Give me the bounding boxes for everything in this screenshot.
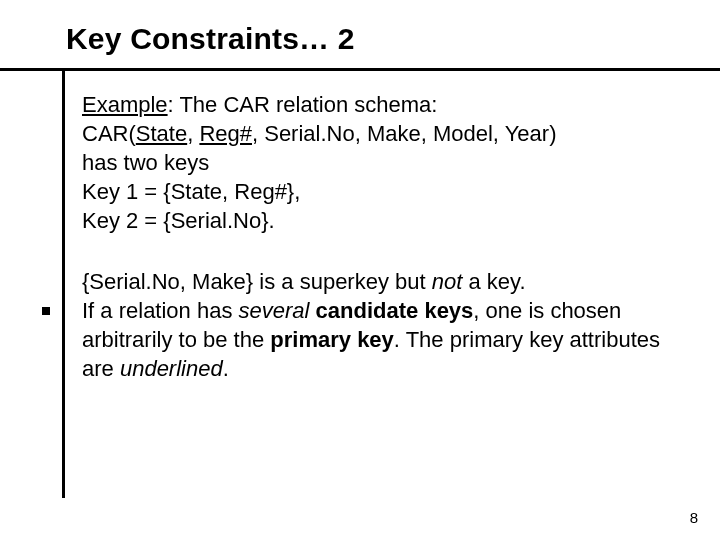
line-3: has two keys xyxy=(82,148,672,177)
p2-l1b: a key. xyxy=(462,269,525,294)
line-4: Key 1 = {State, Reg#}, xyxy=(82,177,672,206)
p2-not: not xyxy=(432,269,463,294)
paragraph-2: {Serial.No, Make} is a superkey but not … xyxy=(82,267,672,383)
title-wrap: Key Constraints… 2 xyxy=(66,22,355,56)
p2-l2a: If a relation has xyxy=(82,298,239,323)
l2-comma1: , xyxy=(187,121,199,146)
vertical-rule xyxy=(62,68,65,498)
line-1: Example: The CAR relation schema: xyxy=(82,90,672,119)
p2-l1a: {Serial.No, Make} is a superkey but xyxy=(82,269,432,294)
p2-primary-key: primary key xyxy=(270,327,394,352)
p2-several: several xyxy=(239,298,310,323)
p2-underlined: underlined xyxy=(120,356,223,381)
p2-l2e: . xyxy=(223,356,229,381)
l2-car: CAR( xyxy=(82,121,136,146)
p2-candidate-keys: candidate keys xyxy=(316,298,474,323)
paragraph-2-row: {Serial.No, Make} is a superkey but not … xyxy=(82,267,672,383)
example-label: Example xyxy=(82,92,168,117)
slide-body: Example: The CAR relation schema: CAR(St… xyxy=(82,90,672,383)
l2-state: State xyxy=(136,121,187,146)
page-number: 8 xyxy=(690,509,698,526)
l2-rest: , Serial.No, Make, Model, Year) xyxy=(252,121,556,146)
paragraph-1: Example: The CAR relation schema: CAR(St… xyxy=(82,90,672,235)
line-1-rest: : The CAR relation schema: xyxy=(168,92,438,117)
line-5: Key 2 = {Serial.No}. xyxy=(82,206,672,235)
slide: Key Constraints… 2 Example: The CAR rela… xyxy=(0,0,720,540)
bullet-square-icon xyxy=(42,307,50,315)
horizontal-rule xyxy=(0,68,720,71)
line-2: CAR(State, Reg#, Serial.No, Make, Model,… xyxy=(82,119,672,148)
slide-title: Key Constraints… 2 xyxy=(66,22,355,56)
l2-reg: Reg# xyxy=(199,121,252,146)
